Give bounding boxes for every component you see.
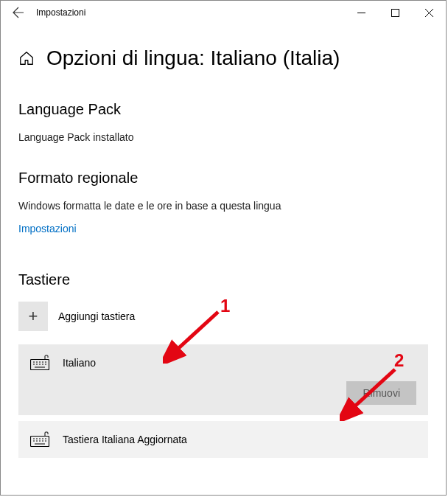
keyboard-item-italiano[interactable]: Italiano Rimuovi	[18, 344, 428, 415]
window-title: Impostazioni	[36, 7, 85, 18]
maximize-icon	[391, 9, 399, 17]
regional-format-description: Windows formatta le date e le ore in bas…	[18, 200, 428, 212]
page-header: Opzioni di lingua: Italiano (Italia)	[18, 46, 428, 70]
regional-format-heading: Formato regionale	[18, 170, 428, 187]
maximize-button[interactable]	[378, 1, 412, 24]
close-button[interactable]	[412, 1, 446, 24]
keyboard-item-aggiornata[interactable]: Tastiera Italiana Aggiornata	[18, 421, 428, 458]
home-icon[interactable]	[18, 50, 35, 66]
svg-rect-0	[391, 9, 399, 16]
keyboard-label: Italiano	[63, 357, 96, 369]
add-keyboard-label: Aggiungi tastiera	[58, 310, 135, 322]
language-pack-heading: Language Pack	[18, 101, 428, 118]
keyboard-icon	[30, 355, 49, 371]
add-keyboard-button[interactable]: + Aggiungi tastiera	[18, 302, 428, 331]
minimize-icon	[357, 9, 365, 17]
keyboards-heading: Tastiere	[18, 271, 428, 288]
remove-keyboard-button[interactable]: Rimuovi	[346, 381, 416, 405]
minimize-button[interactable]	[344, 1, 378, 24]
back-arrow-icon	[13, 7, 24, 18]
close-icon	[425, 9, 433, 17]
keyboard-label: Tastiera Italiana Aggiornata	[63, 434, 187, 445]
keyboard-icon	[30, 431, 49, 448]
regional-format-settings-link[interactable]: Impostazioni	[18, 223, 77, 234]
titlebar: Impostazioni	[1, 1, 446, 24]
back-button[interactable]	[7, 1, 30, 24]
plus-icon: +	[18, 302, 48, 331]
language-pack-status: Language Pack installato	[18, 131, 428, 143]
page-title: Opzioni di lingua: Italiano (Italia)	[46, 46, 340, 70]
